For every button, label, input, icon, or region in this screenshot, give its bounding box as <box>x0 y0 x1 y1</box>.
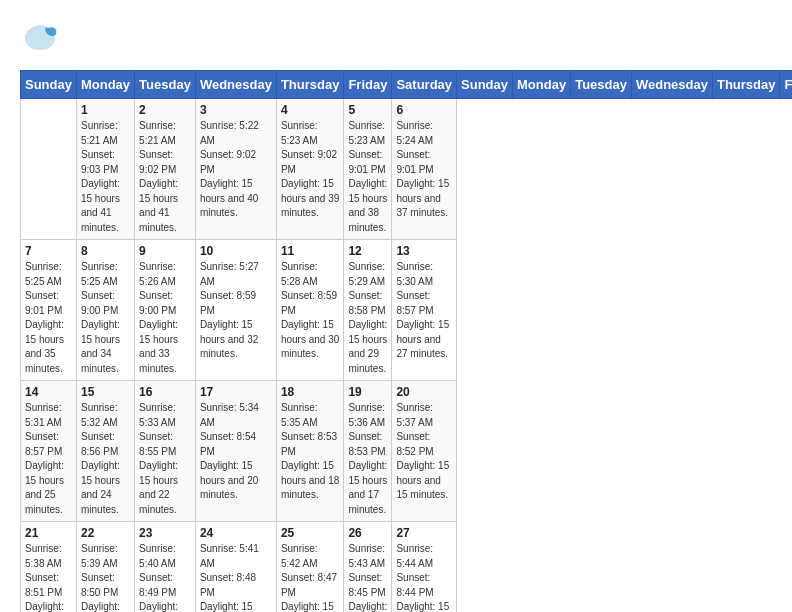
day-info: Sunrise: 5:28 AMSunset: 8:59 PMDaylight:… <box>281 260 340 362</box>
header-sunday: Sunday <box>21 71 77 99</box>
day-number: 2 <box>139 103 191 117</box>
day-number: 5 <box>348 103 387 117</box>
calendar-header-row: SundayMondayTuesdayWednesdayThursdayFrid… <box>21 71 793 99</box>
day-number: 22 <box>81 526 130 540</box>
day-info: Sunrise: 5:43 AMSunset: 8:45 PMDaylight:… <box>348 542 387 612</box>
day-info: Sunrise: 5:41 AMSunset: 8:48 PMDaylight:… <box>200 542 272 612</box>
day-number: 24 <box>200 526 272 540</box>
day-info: Sunrise: 5:23 AMSunset: 9:02 PMDaylight:… <box>281 119 340 221</box>
day-info: Sunrise: 5:21 AMSunset: 9:02 PMDaylight:… <box>139 119 191 235</box>
day-info: Sunrise: 5:40 AMSunset: 8:49 PMDaylight:… <box>139 542 191 612</box>
day-info: Sunrise: 5:21 AMSunset: 9:03 PMDaylight:… <box>81 119 130 235</box>
calendar-cell: 19Sunrise: 5:36 AMSunset: 8:53 PMDayligh… <box>344 381 392 522</box>
calendar-cell: 10Sunrise: 5:27 AMSunset: 8:59 PMDayligh… <box>195 240 276 381</box>
day-number: 26 <box>348 526 387 540</box>
day-info: Sunrise: 5:36 AMSunset: 8:53 PMDaylight:… <box>348 401 387 517</box>
day-number: 4 <box>281 103 340 117</box>
day-info: Sunrise: 5:37 AMSunset: 8:52 PMDaylight:… <box>396 401 452 503</box>
header-tuesday: Tuesday <box>135 71 196 99</box>
day-info: Sunrise: 5:33 AMSunset: 8:55 PMDaylight:… <box>139 401 191 517</box>
day-info: Sunrise: 5:29 AMSunset: 8:58 PMDaylight:… <box>348 260 387 376</box>
day-number: 13 <box>396 244 452 258</box>
day-number: 20 <box>396 385 452 399</box>
calendar-cell: 6Sunrise: 5:24 AMSunset: 9:01 PMDaylight… <box>392 99 457 240</box>
header-thursday: Thursday <box>276 71 344 99</box>
calendar-cell: 23Sunrise: 5:40 AMSunset: 8:49 PMDayligh… <box>135 522 196 613</box>
calendar-cell: 1Sunrise: 5:21 AMSunset: 9:03 PMDaylight… <box>76 99 134 240</box>
day-number: 21 <box>25 526 72 540</box>
calendar-week-1: 1Sunrise: 5:21 AMSunset: 9:03 PMDaylight… <box>21 99 793 240</box>
calendar-week-2: 7Sunrise: 5:25 AMSunset: 9:01 PMDaylight… <box>21 240 793 381</box>
day-info: Sunrise: 5:25 AMSunset: 9:01 PMDaylight:… <box>25 260 72 376</box>
day-info: Sunrise: 5:39 AMSunset: 8:50 PMDaylight:… <box>81 542 130 612</box>
day-info: Sunrise: 5:27 AMSunset: 8:59 PMDaylight:… <box>200 260 272 362</box>
calendar-cell: 25Sunrise: 5:42 AMSunset: 8:47 PMDayligh… <box>276 522 344 613</box>
day-number: 14 <box>25 385 72 399</box>
day-number: 27 <box>396 526 452 540</box>
calendar-cell: 9Sunrise: 5:26 AMSunset: 9:00 PMDaylight… <box>135 240 196 381</box>
header-saturday: Saturday <box>392 71 457 99</box>
calendar-cell: 4Sunrise: 5:23 AMSunset: 9:02 PMDaylight… <box>276 99 344 240</box>
calendar-cell: 8Sunrise: 5:25 AMSunset: 9:00 PMDaylight… <box>76 240 134 381</box>
calendar-cell: 5Sunrise: 5:23 AMSunset: 9:01 PMDaylight… <box>344 99 392 240</box>
calendar-cell: 14Sunrise: 5:31 AMSunset: 8:57 PMDayligh… <box>21 381 77 522</box>
day-number: 25 <box>281 526 340 540</box>
page-header <box>20 20 772 60</box>
day-number: 9 <box>139 244 191 258</box>
day-info: Sunrise: 5:38 AMSunset: 8:51 PMDaylight:… <box>25 542 72 612</box>
calendar-cell: 21Sunrise: 5:38 AMSunset: 8:51 PMDayligh… <box>21 522 77 613</box>
day-info: Sunrise: 5:23 AMSunset: 9:01 PMDaylight:… <box>348 119 387 235</box>
header-friday: Friday <box>344 71 392 99</box>
day-info: Sunrise: 5:35 AMSunset: 8:53 PMDaylight:… <box>281 401 340 503</box>
calendar-cell <box>21 99 77 240</box>
day-info: Sunrise: 5:30 AMSunset: 8:57 PMDaylight:… <box>396 260 452 362</box>
day-info: Sunrise: 5:42 AMSunset: 8:47 PMDaylight:… <box>281 542 340 612</box>
calendar-cell: 18Sunrise: 5:35 AMSunset: 8:53 PMDayligh… <box>276 381 344 522</box>
day-info: Sunrise: 5:44 AMSunset: 8:44 PMDaylight:… <box>396 542 452 612</box>
header-monday: Monday <box>76 71 134 99</box>
day-number: 8 <box>81 244 130 258</box>
day-number: 3 <box>200 103 272 117</box>
header-wednesday: Wednesday <box>195 71 276 99</box>
calendar-cell: 13Sunrise: 5:30 AMSunset: 8:57 PMDayligh… <box>392 240 457 381</box>
calendar-cell: 12Sunrise: 5:29 AMSunset: 8:58 PMDayligh… <box>344 240 392 381</box>
day-number: 15 <box>81 385 130 399</box>
col-header-thursday: Thursday <box>712 71 780 99</box>
day-number: 18 <box>281 385 340 399</box>
calendar-cell: 26Sunrise: 5:43 AMSunset: 8:45 PMDayligh… <box>344 522 392 613</box>
calendar-cell: 22Sunrise: 5:39 AMSunset: 8:50 PMDayligh… <box>76 522 134 613</box>
day-number: 23 <box>139 526 191 540</box>
day-number: 19 <box>348 385 387 399</box>
calendar-cell: 27Sunrise: 5:44 AMSunset: 8:44 PMDayligh… <box>392 522 457 613</box>
day-number: 17 <box>200 385 272 399</box>
day-info: Sunrise: 5:25 AMSunset: 9:00 PMDaylight:… <box>81 260 130 376</box>
col-header-friday: Friday <box>780 71 792 99</box>
day-info: Sunrise: 5:34 AMSunset: 8:54 PMDaylight:… <box>200 401 272 503</box>
calendar-cell: 17Sunrise: 5:34 AMSunset: 8:54 PMDayligh… <box>195 381 276 522</box>
calendar-cell: 7Sunrise: 5:25 AMSunset: 9:01 PMDaylight… <box>21 240 77 381</box>
col-header-wednesday: Wednesday <box>631 71 712 99</box>
col-header-monday: Monday <box>513 71 571 99</box>
day-info: Sunrise: 5:26 AMSunset: 9:00 PMDaylight:… <box>139 260 191 376</box>
day-number: 10 <box>200 244 272 258</box>
day-info: Sunrise: 5:31 AMSunset: 8:57 PMDaylight:… <box>25 401 72 517</box>
day-number: 7 <box>25 244 72 258</box>
logo-icon <box>20 20 60 60</box>
col-header-tuesday: Tuesday <box>571 71 632 99</box>
calendar-cell: 3Sunrise: 5:22 AMSunset: 9:02 PMDaylight… <box>195 99 276 240</box>
calendar-cell: 16Sunrise: 5:33 AMSunset: 8:55 PMDayligh… <box>135 381 196 522</box>
day-number: 12 <box>348 244 387 258</box>
day-number: 16 <box>139 385 191 399</box>
col-header-sunday: Sunday <box>457 71 513 99</box>
day-info: Sunrise: 5:32 AMSunset: 8:56 PMDaylight:… <box>81 401 130 517</box>
calendar-cell: 20Sunrise: 5:37 AMSunset: 8:52 PMDayligh… <box>392 381 457 522</box>
calendar-cell: 2Sunrise: 5:21 AMSunset: 9:02 PMDaylight… <box>135 99 196 240</box>
calendar-cell: 11Sunrise: 5:28 AMSunset: 8:59 PMDayligh… <box>276 240 344 381</box>
day-number: 6 <box>396 103 452 117</box>
calendar-cell: 24Sunrise: 5:41 AMSunset: 8:48 PMDayligh… <box>195 522 276 613</box>
day-number: 11 <box>281 244 340 258</box>
logo <box>20 20 64 60</box>
calendar-week-4: 21Sunrise: 5:38 AMSunset: 8:51 PMDayligh… <box>21 522 793 613</box>
calendar-table: SundayMondayTuesdayWednesdayThursdayFrid… <box>20 70 792 612</box>
calendar-cell: 15Sunrise: 5:32 AMSunset: 8:56 PMDayligh… <box>76 381 134 522</box>
